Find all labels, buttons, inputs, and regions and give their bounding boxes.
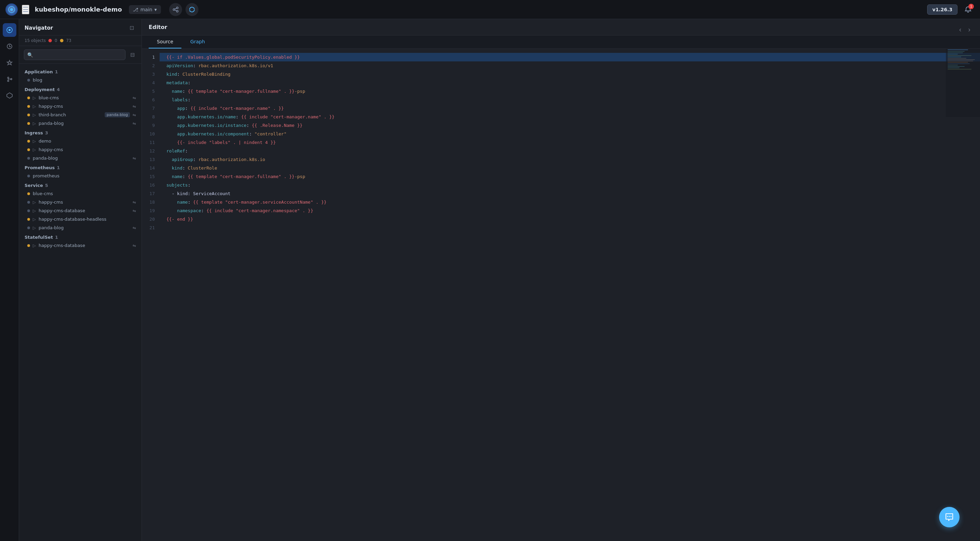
warning-count: 73 — [66, 38, 71, 43]
svg-rect-22 — [948, 58, 966, 59]
svg-point-32 — [949, 516, 950, 517]
status-dot — [27, 193, 30, 195]
nav-group-ingress: Ingress3 — [19, 127, 142, 137]
svg-rect-28 — [948, 66, 965, 67]
list-item[interactable]: prometheus — [19, 172, 142, 180]
list-item[interactable]: ▷demo — [19, 137, 142, 145]
search-wrap: 🔍 — [24, 49, 126, 60]
editor-back-button[interactable]: ‹ — [956, 25, 964, 34]
nav-item-name: blue-cms — [33, 191, 136, 196]
nav-group-title: StatefulSet1 — [25, 235, 58, 240]
status-dot — [27, 226, 30, 229]
app-logo — [5, 3, 18, 16]
filter-button[interactable]: ⊟ — [128, 49, 137, 60]
sidebar-item-git[interactable] — [3, 72, 16, 86]
sidebar-item-files[interactable] — [3, 23, 16, 37]
line-number: 16 — [142, 181, 159, 189]
line-number: 12 — [142, 147, 159, 155]
list-item[interactable]: ▷panda-blog⇋ — [19, 119, 142, 127]
menu-button[interactable]: ☰ — [22, 5, 29, 14]
status-dot — [27, 122, 30, 125]
line-number: 4 — [142, 78, 159, 87]
nav-group-statefulset: StatefulSet1 — [19, 232, 142, 241]
code-line: name: {{ template "cert-manager.serviceA… — [166, 198, 973, 206]
list-item[interactable]: blog — [19, 76, 142, 84]
navigator-header: Navigator ⊡ — [19, 19, 142, 35]
tab-source[interactable]: Source — [149, 35, 181, 48]
line-number: 8 — [142, 113, 159, 121]
code-line: apiVersion: rbac.authorization.k8s.io/v1 — [166, 61, 973, 70]
line-number: 18 — [142, 198, 159, 206]
svg-point-1 — [10, 8, 13, 11]
line-number: 1 — [142, 53, 159, 61]
line-number: 15 — [142, 172, 159, 181]
svg-point-33 — [951, 516, 952, 517]
share-button[interactable] — [169, 3, 182, 16]
tab-graph[interactable]: Graph — [182, 35, 213, 48]
nav-group-title: Application1 — [25, 69, 58, 74]
nav-item-name: panda-blog — [33, 156, 130, 161]
share-icon: ⇋ — [133, 208, 136, 213]
code-content: {{- if .Values.global.podSecurityPolicy.… — [159, 49, 980, 541]
arrow-icon: ▷ — [33, 113, 36, 117]
list-item[interactable]: ▷happy-cms⇋ — [19, 198, 142, 206]
share-icon: ⇋ — [133, 104, 136, 109]
list-item[interactable]: blue-cms — [19, 189, 142, 198]
branch-name: main — [140, 7, 153, 12]
share-icon-2: ⇋ — [133, 113, 136, 117]
sidebar-item-extensions[interactable] — [3, 89, 16, 102]
navigator-list: Application1blogDeployment4▷blue-cms⇋▷ha… — [19, 64, 142, 541]
list-item[interactable]: ▷third-branchpanda-blog⇋ — [19, 110, 142, 119]
svg-line-5 — [175, 8, 177, 9]
branch-selector[interactable]: ⎇ main ▾ — [129, 5, 161, 14]
navigator-expand-button[interactable]: ⊡ — [127, 24, 136, 32]
share-icon: ⇋ — [133, 95, 136, 100]
svg-rect-25 — [948, 62, 968, 63]
line-number: 11 — [142, 138, 159, 147]
code-line — [166, 223, 973, 232]
list-item[interactable]: panda-blog⇋ — [19, 154, 142, 162]
svg-rect-19 — [948, 54, 958, 54]
code-line: - kind: ServiceAccount — [166, 189, 973, 198]
chat-button[interactable] — [939, 507, 959, 527]
nav-item-name: panda-blog — [38, 121, 130, 126]
list-item[interactable]: ▷happy-cms — [19, 145, 142, 154]
line-number: 20 — [142, 215, 159, 223]
arrow-icon: ▷ — [33, 243, 36, 248]
list-item[interactable]: ▷happy-cms-database⇋ — [19, 206, 142, 215]
svg-point-31 — [947, 516, 948, 517]
list-item[interactable]: ▷happy-cms-database-headless — [19, 215, 142, 223]
svg-rect-24 — [948, 61, 973, 61]
main-content: Navigator ⊡ 15 objects 0 73 🔍 ⊟ Applicat… — [0, 19, 980, 541]
svg-rect-29 — [948, 68, 959, 68]
minimap — [946, 49, 980, 117]
list-item[interactable]: ▷happy-cms-database⇋ — [19, 241, 142, 250]
list-item[interactable]: ▷happy-cms⇋ — [19, 102, 142, 110]
topbar: ☰ kubeshop/monokle-demo ⎇ main ▾ v1.26.3 — [0, 0, 980, 19]
status-dot — [27, 79, 30, 81]
status-dot — [27, 148, 30, 151]
line-number: 3 — [142, 70, 159, 78]
share-icon: ⇋ — [133, 243, 136, 248]
editor-forward-button[interactable]: › — [965, 25, 973, 34]
nav-group-title: Deployment4 — [25, 87, 60, 92]
status-dot — [27, 244, 30, 247]
navigator-title: Navigator — [25, 25, 53, 31]
editor-content[interactable]: 123456789101112131415161718192021 {{- if… — [142, 49, 980, 541]
editor-title: Editor — [149, 24, 167, 35]
branch-icon: ⎇ — [133, 7, 138, 12]
code-line: roleRef: — [166, 147, 973, 155]
sidebar-item-history[interactable] — [3, 40, 16, 53]
notifications-button[interactable]: 1 — [962, 3, 975, 16]
sidebar-item-bookmarks[interactable] — [3, 56, 16, 70]
code-line: app.kubernetes.io/name: {{ include "cert… — [166, 113, 973, 121]
arrow-icon: ▷ — [33, 217, 36, 222]
refresh-button[interactable] — [186, 3, 199, 16]
share-icon: ⇋ — [133, 121, 136, 126]
svg-rect-18 — [948, 53, 963, 53]
topbar-actions — [169, 3, 199, 16]
search-input[interactable] — [24, 49, 126, 60]
list-item[interactable]: ▷panda-blog⇋ — [19, 223, 142, 232]
code-line: app.kubernetes.io/instance: {{ .Release.… — [166, 121, 973, 130]
list-item[interactable]: ▷blue-cms⇋ — [19, 94, 142, 102]
